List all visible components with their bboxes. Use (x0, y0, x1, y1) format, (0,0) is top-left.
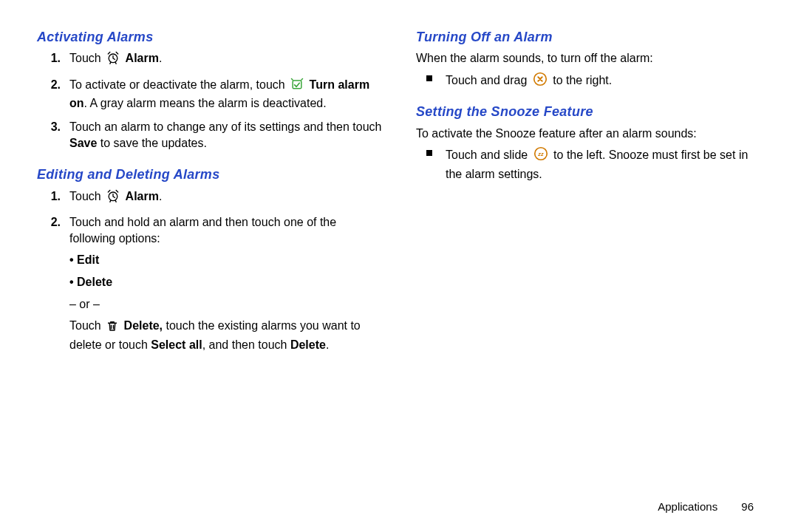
step: 1. Touch Alarm. (64, 50, 382, 77)
option-alt: Touch Delete, touch the existing alarms … (69, 315, 382, 355)
step-number: 1. (41, 50, 61, 66)
intro-text: To activate the Snooze feature after an … (416, 126, 761, 142)
manual-page: Activating Alarms 1. Touch Alarm. 2. To … (0, 0, 798, 532)
step: 2. To activate or deactivate the alarm, … (64, 77, 382, 119)
step-text: Touch (69, 319, 104, 332)
left-column: Activating Alarms 1. Touch Alarm. 2. To … (37, 28, 382, 532)
svg-text:zz: zz (537, 151, 544, 157)
option-delete: Delete (69, 271, 382, 293)
turn-off-list: Touch and drag to the right. (416, 71, 761, 96)
step-text: Touch and slide (446, 149, 531, 161)
activating-alarms-steps: 1. Touch Alarm. 2. To activate or deacti… (37, 50, 382, 158)
heading-snooze-feature: Setting the Snooze Feature (416, 103, 761, 120)
trash-icon (106, 319, 119, 337)
step-text: Touch an alarm to change any of its sett… (69, 120, 382, 133)
step-text: Touch and drag (446, 74, 531, 86)
step-text-bold: Alarm (126, 52, 159, 64)
option-list: Edit Delete – or – Touch Delete, touch t… (69, 246, 382, 355)
list-item: Touch and slide zz to the left. Snooze m… (441, 146, 761, 186)
step-text: . (326, 338, 329, 351)
dismiss-circle-icon (532, 71, 548, 92)
or-separator: – or – (69, 293, 382, 316)
page-footer: Applications 96 (658, 499, 754, 514)
step-text-bold: Delete (290, 338, 326, 351)
svg-rect-1 (293, 81, 301, 89)
step-text: . A gray alarm means the alarm is deacti… (84, 97, 327, 109)
step-text-bold: Alarm (126, 190, 159, 202)
right-column: Turning Off an Alarm When the alarm soun… (416, 28, 761, 532)
alarm-clock-icon (106, 50, 120, 69)
footer-page-number: 96 (741, 499, 754, 514)
step-text: to the right. (550, 74, 613, 86)
step-number: 1. (41, 188, 61, 205)
step-text: Touch and hold an alarm and then touch o… (69, 216, 336, 245)
step-text: . (159, 52, 162, 64)
heading-activating-alarms: Activating Alarms (37, 28, 382, 46)
step-text: to save the updates. (97, 137, 207, 149)
step-text-bold: Select all (151, 338, 202, 351)
step: 3. Touch an alarm to change any of its s… (64, 119, 382, 158)
step: 1. Touch Alarm. (64, 188, 382, 215)
footer-section: Applications (658, 500, 717, 513)
intro-text: When the alarm sounds, to turn off the a… (416, 50, 761, 66)
snooze-list: Touch and slide zz to the left. Snooze m… (416, 146, 761, 186)
step-number: 2. (41, 77, 61, 93)
step-text-bold: Save (69, 137, 97, 149)
step-text: Touch (69, 190, 104, 202)
editing-deleting-steps: 1. Touch Alarm. 2. Touch and hold an ala… (37, 188, 382, 364)
step-text-bold: Delete, (124, 319, 163, 332)
option-edit: Edit (69, 249, 382, 271)
step-text: To activate or deactivate the alarm, tou… (69, 78, 288, 91)
heading-editing-deleting-alarms: Editing and Deleting Alarms (37, 166, 382, 183)
snooze-circle-icon: zz (533, 146, 549, 166)
list-item: Touch and drag to the right. (441, 71, 761, 96)
alarm-clock-icon (106, 188, 120, 208)
heading-turning-off-alarm: Turning Off an Alarm (416, 28, 761, 46)
step-text: , and then touch (202, 338, 290, 351)
step-text: Touch (69, 52, 104, 64)
step-number: 3. (41, 119, 61, 135)
alarm-on-icon (290, 77, 304, 96)
step: 2. Touch and hold an alarm and then touc… (64, 214, 382, 363)
step-number: 2. (41, 214, 61, 231)
step-text: . (159, 190, 162, 202)
